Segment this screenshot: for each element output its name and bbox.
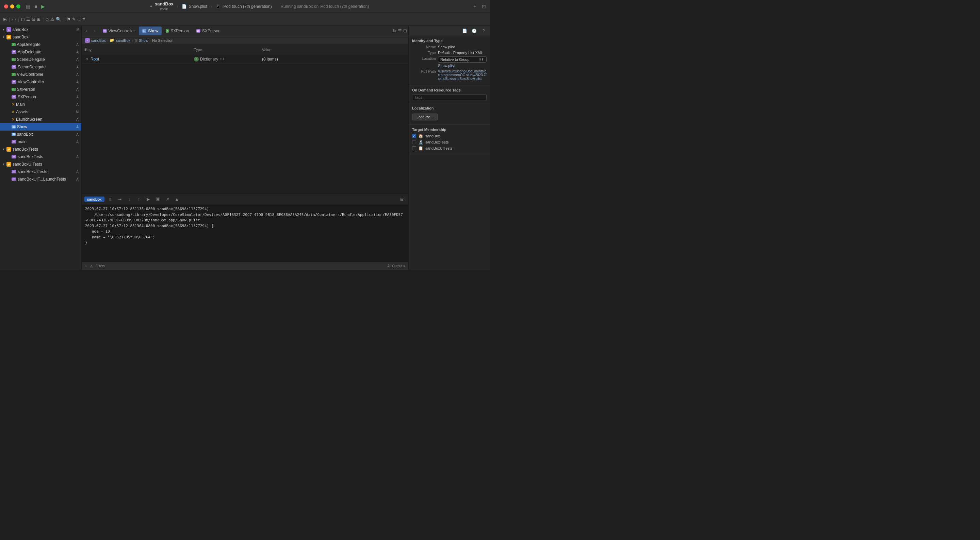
sidebar-item-scenedelegate-m[interactable]: m SceneDelegate A (0, 63, 81, 71)
tab-show-icon: ⊞ (142, 29, 146, 33)
target-sandboxuitests-checkbox[interactable] (412, 146, 416, 150)
breadcrumb-show[interactable]: Show (139, 38, 148, 43)
step-into-btn[interactable]: ↓ (126, 195, 133, 203)
panel-layout-icon[interactable]: ⊞ (3, 17, 7, 22)
identity-type-section: Identity and Type Name Show.plist Type D… (409, 36, 490, 85)
sidebar-item-sandboxuitests[interactable]: m sandBoxUITests A (0, 168, 81, 175)
sidebar-group-sandboxtests[interactable]: ▼ 📁 sandBoxTests (0, 146, 81, 153)
breadcrumb-sandbox2[interactable]: sandBox (116, 38, 130, 43)
filters-label[interactable]: Filters (95, 264, 105, 268)
indent-icon[interactable]: ⊞ (37, 17, 40, 22)
history-btn[interactable]: 🕐 (470, 27, 478, 35)
markup2-icon[interactable]: ✎ (72, 17, 76, 22)
debug-output[interactable]: 2023-07-27 10:57:12.851135+0800 sandBox[… (82, 204, 408, 262)
pause-btn[interactable]: ⏸ (107, 195, 114, 203)
sidebar-item-main-m[interactable]: m main A (0, 138, 81, 146)
list-icon[interactable]: ☰ (26, 17, 30, 22)
tab-back-btn[interactable]: ‹ (83, 27, 91, 35)
m-icon: m (11, 80, 16, 84)
close-button[interactable] (4, 5, 8, 8)
flag2-icon[interactable]: ⚑ (67, 17, 71, 22)
sidebar-label: AppDelegate (17, 42, 40, 47)
debug2-btn[interactable]: ⌘ (154, 195, 162, 203)
list-view-icon[interactable]: ☰ (398, 28, 402, 33)
target-sandbox-checkbox[interactable]: ✓ (412, 134, 416, 138)
window-layout-icon[interactable]: ⊡ (482, 4, 486, 9)
sidebar-item-show[interactable]: ⊞ Show A (0, 123, 81, 130)
tab-forward-btn[interactable]: › (91, 27, 99, 35)
type-label: Type (412, 51, 436, 55)
h-icon: h (11, 88, 16, 91)
warning2-icon[interactable]: ⚠ (90, 264, 93, 268)
name-label: Name (412, 45, 436, 49)
tab-viewcontroller[interactable]: m ViewController (99, 27, 138, 35)
sidebar-group-sandbox[interactable]: ▼ 📁 sandBox (0, 33, 81, 41)
plist-row-root[interactable]: ▼ Root + Dictionary ⬆⬇ (0 items) (82, 54, 408, 64)
col-key-header: Key (85, 48, 194, 52)
help-btn[interactable]: ? (480, 27, 487, 35)
plist-add-btn[interactable]: + (194, 57, 199, 62)
sandbox-disclosure-icon: ▼ (2, 35, 5, 39)
localize-button[interactable]: Localize... (412, 114, 438, 121)
sidebar-group-sandboxuitests[interactable]: ▼ 📁 sandBoxUITests (0, 160, 81, 168)
sidebar-item-launchscreen[interactable]: ✕ LaunchScreen A (0, 116, 81, 123)
sidebar-item-assets[interactable]: ✕ Assets M (0, 108, 81, 116)
xib-icon: ✕ (11, 102, 14, 107)
assistant-icon[interactable]: ⊡ (403, 28, 407, 33)
warning-icon[interactable]: ⚠ (50, 17, 54, 22)
sidebar-toggle-icon[interactable]: ▤ (26, 4, 30, 9)
sidebar-item-viewcontroller-m[interactable]: m ViewController A (0, 78, 81, 86)
rect2-icon[interactable]: ▭ (77, 17, 81, 22)
forward-icon[interactable]: › (14, 17, 16, 22)
continue-btn[interactable]: ▶ (145, 195, 152, 203)
share-btn[interactable]: ↗ (164, 195, 171, 203)
sidebar-item-scenedelegate-h[interactable]: h SceneDelegate A (0, 56, 81, 63)
step-out-btn[interactable]: ↑ (135, 195, 143, 203)
sidebar-item-appdelegate-m[interactable]: m AppDelegate A (0, 48, 81, 56)
sidebar-item-sandboxuitest-launch[interactable]: m sandBoxUIT...LaunchTests A (0, 175, 81, 183)
sidebar-item-viewcontroller-h[interactable]: h ViewController A (0, 71, 81, 78)
add-button[interactable]: + (473, 3, 476, 10)
sidebar-item-sxperson-h[interactable]: h SXPerson A (0, 86, 81, 93)
add-filter-icon[interactable]: + (85, 264, 87, 268)
breadcrumb-sandbox[interactable]: sandBox (91, 38, 106, 43)
tags-input[interactable] (412, 94, 487, 100)
breakpoint-icon[interactable]: ◇ (46, 17, 49, 22)
refresh-icon[interactable]: ↻ (393, 28, 396, 33)
lines2-icon[interactable]: ≡ (83, 17, 86, 22)
output-selector[interactable]: All Output ▾ (387, 264, 405, 268)
log-line-5: } (85, 240, 405, 246)
search2-icon[interactable]: 🔍 (56, 17, 61, 22)
tab-sxperson2[interactable]: m SXPerson (193, 27, 224, 35)
back-icon[interactable]: ‹ (12, 17, 13, 22)
hierarchy-icon[interactable]: ⊟ (32, 17, 35, 22)
step-over-btn[interactable]: ⇥ (116, 195, 124, 203)
filter-btn[interactable]: ▲ (173, 195, 181, 203)
location-dropdown[interactable]: Relative to Group ⬆⬇ (438, 56, 487, 63)
breadcrumb-nosel: No Selection (152, 38, 173, 43)
tab-show[interactable]: ⊞ Show (139, 27, 162, 35)
sidebar-root-header[interactable]: ▼ s sandBox M (0, 26, 81, 33)
stop-icon[interactable]: ■ (34, 4, 37, 9)
right-panel: 📄 🕐 ? Identity and Type Name Show.plist … (408, 26, 490, 270)
sidebar-item-main[interactable]: ✕ Main A (0, 101, 81, 108)
tab-sxperson1[interactable]: h SXPerson (162, 27, 192, 35)
sidebar-group-sandboxuitests-label: sandBoxUITests (13, 162, 42, 167)
collapse-btn[interactable]: ⊟ (398, 195, 406, 203)
sidebar-item-appdelegate-h[interactable]: h AppDelegate A (0, 41, 81, 48)
sidebar-item-sandboxtests[interactable]: m sandBoxTests A (0, 153, 81, 160)
run-icon[interactable]: ▶ (41, 4, 45, 9)
debug-active-tab[interactable]: sandBox (84, 197, 105, 202)
square-icon[interactable]: ◻ (21, 17, 25, 22)
minimize-button[interactable] (10, 5, 14, 8)
maximize-button[interactable] (16, 5, 21, 8)
target-sandboxtests-checkbox[interactable] (412, 140, 416, 144)
sidebar-item-info[interactable]: ⊞ sandBox A (0, 130, 81, 138)
device-label[interactable]: iPod touch (7th generation) (223, 4, 272, 9)
file-inspector-btn[interactable]: 📄 (461, 27, 468, 35)
type-row: Type Default - Property List XML (412, 51, 487, 55)
disclosure-btn[interactable]: ▼ (85, 57, 89, 61)
type-stepper[interactable]: ⬆⬇ (220, 57, 225, 61)
sidebar-item-sxperson-m[interactable]: m SXPerson A (0, 93, 81, 101)
sidebar-label: Show (17, 124, 27, 129)
